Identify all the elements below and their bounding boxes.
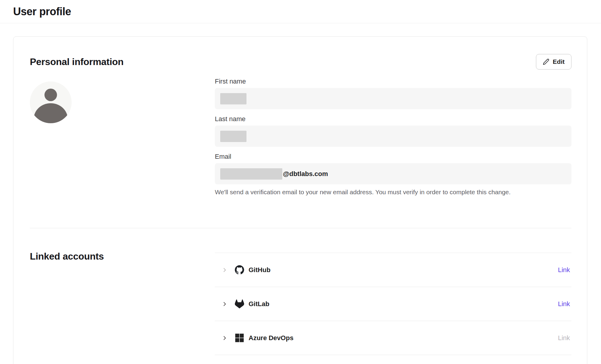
first-name-label: First name	[215, 78, 571, 85]
github-link-action[interactable]: Link	[558, 266, 570, 274]
github-icon	[235, 265, 244, 274]
gitlab-link-action[interactable]: Link	[558, 300, 570, 308]
pencil-icon	[543, 58, 549, 65]
linked-accounts-heading: Linked accounts	[30, 251, 215, 262]
avatar-column	[30, 78, 215, 202]
page-header: User profile	[0, 0, 601, 23]
email-field[interactable]: @dbtlabs.com	[215, 163, 571, 184]
azure-devops-account-row: Azure DevOps Link	[215, 321, 571, 355]
chevron-right-icon[interactable]	[221, 335, 228, 341]
linked-accounts-section: Linked accounts GitHub Link	[30, 228, 571, 355]
email-label: Email	[215, 153, 571, 161]
linked-accounts-heading-column: Linked accounts	[30, 228, 215, 355]
personal-section-header: Personal information Edit	[30, 54, 571, 70]
github-account-row: GitHub Link	[215, 253, 571, 287]
email-helper-text: We'll send a verification email to your …	[215, 188, 571, 196]
gitlab-icon	[235, 299, 244, 309]
avatar	[30, 81, 72, 123]
main-content: Personal information Edit	[0, 23, 601, 364]
page-title: User profile	[13, 5, 71, 18]
personal-information-section: Personal information Edit	[30, 37, 571, 228]
linked-accounts-list: GitHub Link GitLab Link	[215, 253, 571, 355]
profile-card: Personal information Edit	[13, 36, 587, 364]
last-name-label: Last name	[215, 115, 571, 123]
personal-information-heading: Personal information	[30, 56, 124, 67]
chevron-right-icon[interactable]	[221, 267, 228, 273]
personal-form: First name Last name Email	[215, 78, 571, 202]
chevron-right-icon[interactable]	[221, 301, 228, 307]
email-group: Email @dbtlabs.com We'll send a verifica…	[215, 153, 571, 196]
last-name-group: Last name	[215, 115, 571, 147]
person-silhouette-icon	[30, 81, 72, 123]
edit-button[interactable]: Edit	[536, 54, 571, 70]
azure-devops-icon	[235, 333, 244, 343]
email-domain-suffix: @dbtlabs.com	[283, 170, 328, 178]
redacted-last-name-value	[220, 131, 246, 142]
account-name: GitHub	[249, 266, 270, 274]
account-name: GitLab	[249, 300, 269, 308]
azure-devops-link-action: Link	[558, 334, 570, 342]
redacted-first-name-value	[220, 93, 246, 104]
edit-button-label: Edit	[553, 58, 565, 65]
redacted-email-local-part	[220, 168, 282, 180]
last-name-field[interactable]	[215, 126, 571, 147]
account-name: Azure DevOps	[249, 334, 293, 342]
first-name-field[interactable]	[215, 88, 571, 109]
gitlab-account-row: GitLab Link	[215, 287, 571, 321]
first-name-group: First name	[215, 78, 571, 109]
